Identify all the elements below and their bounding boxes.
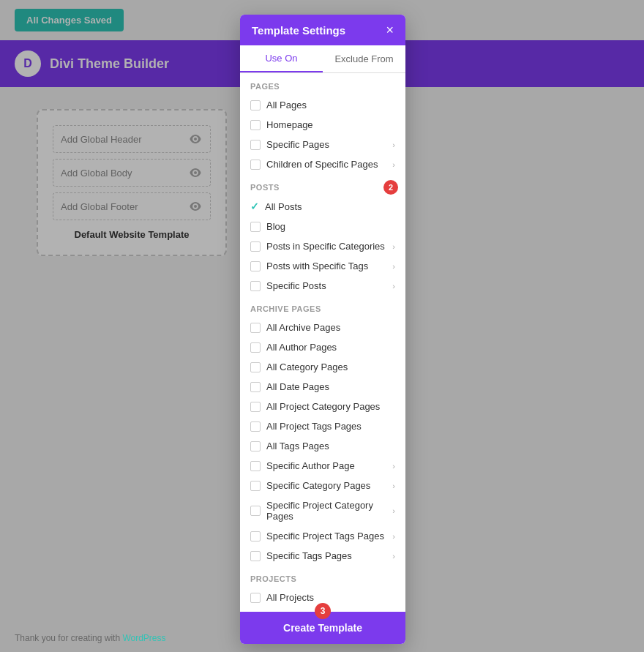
chevron-specific-category-pages: › bbox=[392, 481, 395, 490]
option-specific-category-pages[interactable]: Specific Category Pages › bbox=[240, 476, 405, 495]
checkbox-specific-tags-pages[interactable] bbox=[250, 551, 261, 561]
modal-tabs: Use On Exclude From bbox=[240, 45, 405, 73]
checkbox-specific-project-category-pages[interactable] bbox=[250, 506, 261, 516]
option-specific-project-tags-pages-text: Specific Project Tags Pages bbox=[266, 531, 392, 542]
option-all-category-pages-text: All Category Pages bbox=[266, 361, 395, 372]
option-all-pages[interactable]: All Pages bbox=[240, 95, 405, 115]
checkbox-all-project-tags-pages[interactable] bbox=[250, 421, 261, 432]
option-specific-project-category-pages[interactable]: Specific Project Category Pages › bbox=[240, 495, 405, 526]
option-all-posts[interactable]: ✓ All Posts bbox=[240, 196, 405, 217]
option-all-archive-pages[interactable]: All Archive Pages bbox=[240, 318, 405, 337]
option-specific-posts[interactable]: Specific Posts › bbox=[240, 276, 405, 296]
chevron-specific-project-category-pages: › bbox=[392, 506, 395, 515]
option-specific-project-tags-pages[interactable]: Specific Project Tags Pages › bbox=[240, 526, 405, 546]
section-projects-label: Projects bbox=[240, 566, 405, 588]
option-blog[interactable]: Blog bbox=[240, 217, 405, 236]
option-all-category-pages[interactable]: All Category Pages bbox=[240, 357, 405, 377]
option-all-tags-pages[interactable]: All Tags Pages bbox=[240, 436, 405, 456]
option-all-date-pages-text: All Date Pages bbox=[266, 381, 395, 392]
checkbox-blog[interactable] bbox=[250, 222, 261, 232]
chevron-specific-tags-pages: › bbox=[392, 552, 395, 561]
section-pages-label: Pages bbox=[240, 73, 405, 95]
wordpress-link[interactable]: WordPress bbox=[122, 633, 165, 643]
checkbox-children-specific-pages[interactable] bbox=[250, 160, 261, 170]
option-all-project-category-pages[interactable]: All Project Category Pages bbox=[240, 397, 405, 416]
option-specific-tags-pages-text: Specific Tags Pages bbox=[266, 550, 392, 561]
checkbox-all-pages[interactable] bbox=[250, 100, 261, 110]
footer: Thank you for creating with WordPress bbox=[15, 633, 166, 643]
chevron-specific-author-page: › bbox=[392, 462, 395, 471]
badge-posts: 2 bbox=[383, 180, 398, 195]
option-specific-author-page-text: Specific Author Page bbox=[266, 460, 392, 471]
option-all-projects-text: All Projects bbox=[266, 592, 395, 603]
option-specific-pages[interactable]: Specific Pages › bbox=[240, 135, 405, 154]
create-btn-container: 3 Create Template bbox=[240, 612, 405, 644]
tab-use-on[interactable]: Use On bbox=[240, 45, 323, 72]
chevron-specific-posts: › bbox=[392, 282, 395, 291]
checkbox-homepage[interactable] bbox=[250, 120, 261, 130]
template-settings-modal: Template Settings × Use On Exclude From … bbox=[240, 15, 405, 644]
checkbox-all-category-pages[interactable] bbox=[250, 362, 261, 372]
modal-title: Template Settings bbox=[252, 24, 345, 37]
chevron-specific-project-tags-pages: › bbox=[392, 532, 395, 541]
close-button[interactable]: × bbox=[386, 23, 394, 37]
option-all-project-category-pages-text: All Project Category Pages bbox=[266, 401, 395, 412]
option-all-archive-pages-text: All Archive Pages bbox=[266, 322, 395, 333]
section-archive-label: Archive Pages bbox=[240, 296, 405, 318]
checkbox-posts-specific-tags[interactable] bbox=[250, 261, 261, 271]
section-posts-label: Posts bbox=[240, 174, 302, 196]
checkbox-specific-category-pages[interactable] bbox=[250, 481, 261, 491]
checkbox-specific-author-page[interactable] bbox=[250, 461, 261, 471]
option-posts-specific-categories[interactable]: Posts in Specific Categories › bbox=[240, 236, 405, 256]
checkbox-all-date-pages[interactable] bbox=[250, 382, 261, 392]
teal-check-all-posts: ✓ bbox=[250, 201, 259, 212]
option-specific-author-page[interactable]: Specific Author Page › bbox=[240, 456, 405, 476]
option-posts-specific-tags-text: Posts with Specific Tags bbox=[266, 261, 392, 271]
option-all-pages-text: All Pages bbox=[266, 100, 395, 110]
chevron-posts-specific-tags: › bbox=[392, 262, 395, 271]
option-children-specific-pages[interactable]: Children of Specific Pages › bbox=[240, 154, 405, 174]
checkbox-all-projects[interactable] bbox=[250, 593, 261, 603]
option-homepage[interactable]: Homepage bbox=[240, 115, 405, 135]
modal-body[interactable]: Pages All Pages Homepage Specific Pages … bbox=[240, 73, 405, 612]
option-all-project-tags-pages[interactable]: All Project Tags Pages bbox=[240, 416, 405, 436]
option-all-author-pages[interactable]: All Author Pages bbox=[240, 337, 405, 357]
option-all-project-tags-pages-text: All Project Tags Pages bbox=[266, 421, 395, 432]
checkbox-specific-project-tags-pages[interactable] bbox=[250, 531, 261, 542]
chevron-specific-pages: › bbox=[392, 140, 395, 149]
option-specific-tags-pages[interactable]: Specific Tags Pages › bbox=[240, 546, 405, 566]
checkbox-all-archive-pages[interactable] bbox=[250, 323, 261, 333]
option-specific-project-category-pages-text: Specific Project Category Pages bbox=[266, 500, 392, 522]
option-specific-posts-text: Specific Posts bbox=[266, 280, 392, 291]
option-specific-category-pages-text: Specific Category Pages bbox=[266, 480, 392, 491]
checkbox-specific-pages[interactable] bbox=[250, 140, 261, 150]
chevron-posts-specific-categories: › bbox=[392, 242, 395, 251]
section-posts-header: Posts 2 bbox=[240, 174, 405, 196]
checkbox-specific-posts[interactable] bbox=[250, 281, 261, 291]
modal-header: Template Settings × bbox=[240, 15, 405, 45]
footer-text: Thank you for creating with bbox=[15, 633, 122, 643]
checkbox-all-tags-pages[interactable] bbox=[250, 441, 261, 451]
option-children-specific-pages-text: Children of Specific Pages bbox=[266, 159, 392, 170]
badge-create: 3 bbox=[315, 603, 331, 619]
option-blog-text: Blog bbox=[266, 221, 395, 232]
checkbox-all-author-pages[interactable] bbox=[250, 342, 261, 353]
checkbox-all-project-category-pages[interactable] bbox=[250, 402, 261, 412]
option-posts-specific-tags[interactable]: Posts with Specific Tags › bbox=[240, 256, 405, 276]
option-all-date-pages[interactable]: All Date Pages bbox=[240, 377, 405, 397]
checkbox-posts-specific-categories[interactable] bbox=[250, 241, 261, 252]
chevron-children-specific-pages: › bbox=[392, 160, 395, 169]
option-all-author-pages-text: All Author Pages bbox=[266, 342, 395, 353]
option-posts-specific-categories-text: Posts in Specific Categories bbox=[266, 241, 392, 252]
tab-exclude-from[interactable]: Exclude From bbox=[323, 45, 405, 72]
option-specific-pages-text: Specific Pages bbox=[266, 139, 392, 150]
option-homepage-text: Homepage bbox=[266, 119, 395, 130]
option-all-tags-pages-text: All Tags Pages bbox=[266, 441, 395, 451]
option-all-posts-text: All Posts bbox=[265, 201, 395, 212]
